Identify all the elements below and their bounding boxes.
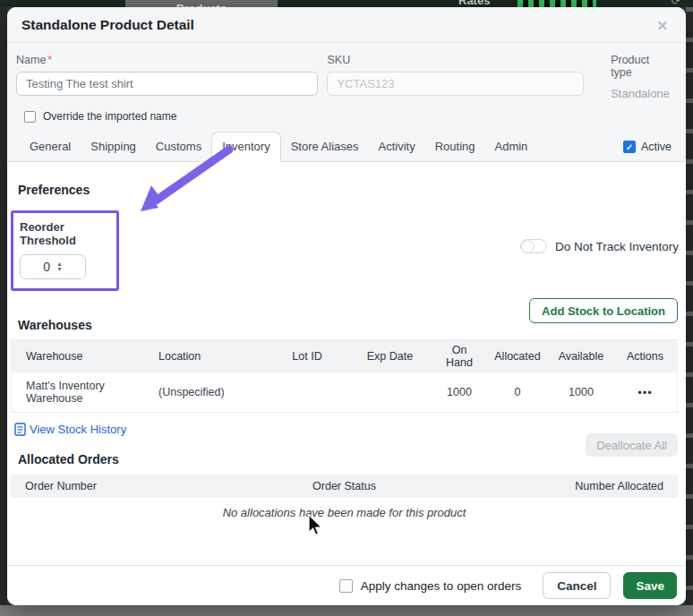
col-location: Location [155, 346, 267, 366]
warehouse-table-header: Warehouse Location Lot ID Exp Date On Ha… [12, 340, 677, 372]
tab-store-aliases[interactable]: Store Aliases [281, 133, 369, 161]
cancel-button[interactable]: Cancel [543, 572, 611, 599]
modal-header: Standalone Product Detail ✕ [7, 7, 686, 43]
stepper-down-icon[interactable]: ▼ [56, 267, 63, 272]
active-checkbox[interactable]: ✓ [623, 141, 636, 153]
col-available: Available [549, 346, 613, 366]
reorder-threshold-highlight-box: Reorder Threshold 0 ▲ ▼ [11, 210, 119, 291]
col-lot-id: Lot ID [267, 346, 347, 366]
required-asterisk: * [47, 54, 52, 66]
view-stock-history-link[interactable]: View Stock History [14, 423, 126, 436]
warehouses-heading: Warehouses [18, 318, 92, 332]
cell-allocated: 0 [486, 382, 549, 402]
tab-customs[interactable]: Customs [146, 133, 211, 161]
overlay-right [686, 7, 693, 605]
document-icon [14, 423, 26, 436]
warehouse-table: Warehouse Location Lot ID Exp Date On Ha… [11, 339, 678, 413]
refresh-icon: ⟳ [672, 0, 680, 7]
col-allocated: Allocated [486, 346, 549, 366]
apply-changes-checkbox[interactable] [339, 579, 353, 593]
tab-routing[interactable]: Routing [425, 133, 485, 161]
background-app-header: Products Rates ⟳ [0, 0, 693, 7]
tab-activity[interactable]: Activity [369, 133, 425, 161]
modal-title: Standalone Product Detail [21, 17, 194, 33]
overlay-bottom [0, 605, 693, 616]
active-label: Active [641, 141, 672, 153]
background-rates-label: Rates [458, 0, 490, 7]
col-actions: Actions [613, 346, 677, 366]
background-timer-display [518, 0, 596, 7]
col-on-hand: On Hand [432, 340, 486, 372]
cell-on-hand: 1000 [432, 382, 486, 402]
name-label: Name* [16, 54, 318, 66]
close-icon[interactable]: ✕ [653, 17, 672, 34]
orders-table-header: Order Number Order Status Number Allocat… [11, 475, 678, 498]
cell-location: (Unspecified) [155, 382, 267, 402]
col-warehouse: Warehouse [12, 346, 155, 366]
apply-changes-row: Apply changes to open orders [339, 579, 521, 593]
override-name-checkbox[interactable] [24, 111, 36, 123]
add-stock-to-location-button[interactable]: Add Stock to Location [529, 298, 678, 323]
product-type-value: Standalone [611, 87, 673, 100]
col-order-status: Order Status [238, 480, 451, 492]
tab-admin[interactable]: Admin [485, 133, 538, 161]
sku-field[interactable] [327, 72, 584, 96]
warehouse-table-row: Matt's Inventory Warehouse (Unspecified)… [12, 372, 677, 412]
modal-footer: Apply changes to open orders Cancel Save [7, 565, 686, 605]
no-allocations-message: No allocations have been made for this p… [11, 506, 678, 519]
preferences-heading: Preferences [18, 183, 678, 197]
reorder-threshold-stepper[interactable]: 0 ▲ ▼ [20, 254, 86, 279]
cell-available: 1000 [549, 382, 613, 402]
tab-bar: General Shipping Customs Inventory Store… [7, 125, 686, 162]
cell-warehouse: Matt's Inventory Warehouse [12, 376, 155, 408]
allocated-orders-heading: Allocated Orders [18, 452, 119, 466]
save-button[interactable]: Save [623, 572, 677, 599]
reorder-threshold-value: 0 [43, 260, 50, 274]
col-order-number: Order Number [11, 480, 238, 492]
cell-lot-id [267, 389, 347, 396]
col-number-allocated: Number Allocated [450, 480, 678, 492]
override-name-row: Override the imported name [7, 100, 686, 123]
standalone-product-detail-modal: Standalone Product Detail ✕ Name* SKU Pr… [7, 7, 686, 605]
background-products-tab: Products [125, 0, 278, 7]
sku-label: SKU [327, 54, 584, 66]
product-type-label: Product type [611, 54, 673, 79]
do-not-track-label: Do Not Track Inventory [555, 240, 679, 253]
override-name-label: Override the imported name [43, 110, 176, 123]
product-fields-row: Name* SKU Product type Standalone [7, 43, 686, 100]
row-actions-menu-icon[interactable]: ••• [637, 386, 653, 399]
deallocate-all-button[interactable]: Deallocate All [586, 433, 678, 457]
tab-general[interactable]: General [20, 133, 81, 161]
apply-changes-label: Apply changes to open orders [361, 579, 521, 593]
inventory-tab-content: Preferences Reorder Threshold 0 ▲ ▼ Do N… [7, 183, 686, 519]
overlay-left [0, 7, 7, 605]
active-checkbox-row: ✓ Active [623, 141, 672, 161]
reorder-threshold-label: Reorder Threshold [20, 220, 116, 247]
do-not-track-row: Do Not Track Inventory [520, 239, 679, 253]
toggle-knob [521, 240, 535, 253]
col-exp-date: Exp Date [347, 346, 432, 366]
do-not-track-toggle[interactable] [520, 239, 547, 253]
name-field[interactable] [16, 72, 318, 96]
cell-exp-date [347, 389, 432, 396]
tab-inventory[interactable]: Inventory [211, 132, 280, 162]
tab-shipping[interactable]: Shipping [81, 133, 146, 161]
